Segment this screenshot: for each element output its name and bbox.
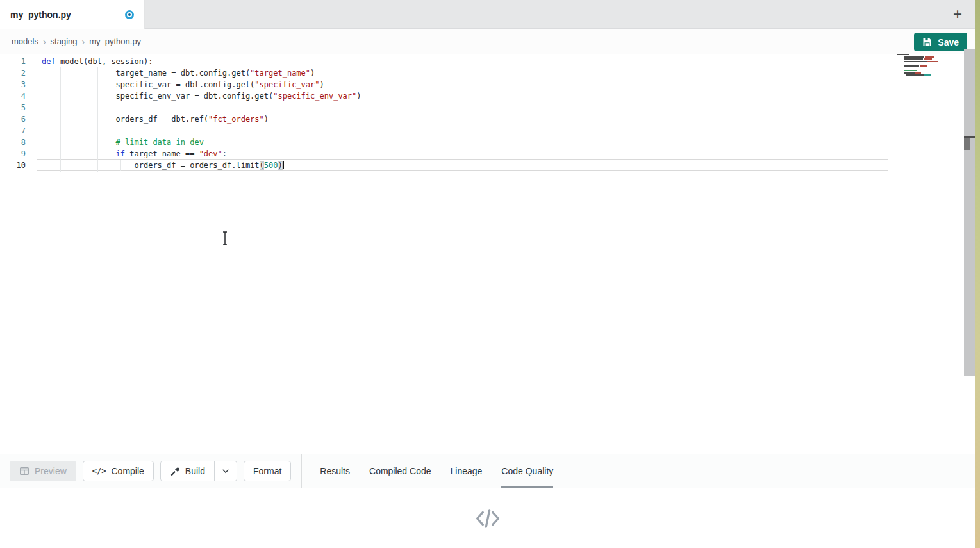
- code-line[interactable]: 2 target_name = dbt.config.get("target_n…: [0, 67, 361, 79]
- tab-code-quality[interactable]: Code Quality: [501, 454, 553, 488]
- build-options-button[interactable]: [214, 461, 237, 481]
- save-button[interactable]: Save: [914, 33, 967, 51]
- preview-label: Preview: [35, 466, 67, 476]
- floppy-disk-icon: [922, 37, 932, 47]
- tab-lineage[interactable]: Lineage: [451, 454, 483, 488]
- line-number[interactable]: 2: [0, 67, 26, 79]
- desktop-wallpaper-strip: [975, 0, 980, 548]
- format-button[interactable]: Format: [244, 461, 291, 481]
- breadcrumb-item-models[interactable]: models: [12, 37, 38, 46]
- line-number[interactable]: 1: [0, 56, 26, 67]
- code-text: orders_df = dbt.ref("fct_orders"): [42, 113, 269, 125]
- tab-title: my_python.py: [10, 10, 71, 20]
- unsaved-changes-icon: [125, 10, 134, 19]
- editor-tab-bar: +: [0, 0, 975, 29]
- code-line[interactable]: 6 orders_df = dbt.ref("fct_orders"): [0, 113, 361, 125]
- line-number[interactable]: 10: [0, 160, 26, 171]
- build-split-button: Build: [160, 461, 237, 481]
- code-text: specific_env_var = dbt.config.get("speci…: [42, 90, 361, 102]
- code-text: orders_df = orders_df.limit(500): [42, 160, 284, 171]
- code-text: specific_var = dbt.config.get("specific_…: [42, 79, 324, 90]
- scrollbar-track[interactable]: [964, 49, 975, 376]
- code-editor[interactable]: 1def model(dbt, session):2 target_name =…: [0, 54, 975, 454]
- save-button-label: Save: [938, 37, 959, 47]
- empty-results-state: [0, 488, 975, 548]
- breadcrumb-item-staging[interactable]: staging: [51, 37, 78, 46]
- code-line[interactable]: 5: [0, 102, 361, 113]
- breadcrumb-item-file[interactable]: my_python.py: [89, 37, 141, 46]
- code-line[interactable]: 4 specific_env_var = dbt.config.get("spe…: [0, 90, 361, 102]
- line-number[interactable]: 9: [0, 148, 26, 160]
- breadcrumb-separator-icon: ›: [82, 37, 85, 47]
- minimap[interactable]: [896, 54, 960, 90]
- code-brackets-icon: [473, 504, 502, 533]
- toolbar-divider: [301, 454, 302, 488]
- tab-results[interactable]: Results: [320, 454, 350, 488]
- breadcrumb: models › staging › my_python.py: [0, 29, 975, 54]
- code-line[interactable]: 3 specific_var = dbt.config.get("specifi…: [0, 79, 361, 90]
- bottom-toolbar: Preview </> Compile Build: [0, 454, 975, 488]
- format-label: Format: [253, 466, 281, 476]
- code-line[interactable]: 9 if target_name == "dev":: [0, 148, 361, 160]
- line-number[interactable]: 6: [0, 113, 26, 125]
- code-line[interactable]: 8 # limit data in dev: [0, 137, 361, 148]
- code-text: if target_name == "dev":: [42, 148, 227, 160]
- line-number[interactable]: 4: [0, 90, 26, 102]
- chevron-down-icon: [221, 467, 230, 476]
- build-button[interactable]: Build: [161, 461, 214, 481]
- ide-window: + my_python.py models › staging › my_pyt…: [0, 0, 980, 548]
- tab-compiled-code[interactable]: Compiled Code: [369, 454, 431, 488]
- build-label: Build: [185, 466, 205, 476]
- code-text: # limit data in dev: [42, 137, 204, 148]
- result-tabs: Results Compiled Code Lineage Code Quali…: [320, 454, 553, 488]
- compile-button[interactable]: </> Compile: [83, 461, 154, 481]
- hammer-icon: [170, 466, 180, 476]
- bottom-panel: Preview </> Compile Build: [0, 454, 975, 548]
- line-number[interactable]: 8: [0, 137, 26, 148]
- line-number[interactable]: 5: [0, 102, 26, 113]
- code-lines[interactable]: 1def model(dbt, session):2 target_name =…: [0, 56, 361, 171]
- code-line[interactable]: 7: [0, 125, 361, 137]
- breadcrumb-separator-icon: ›: [43, 37, 46, 47]
- new-tab-button[interactable]: +: [949, 4, 966, 23]
- i-beam-cursor-icon: [220, 230, 229, 249]
- compile-label: Compile: [111, 466, 144, 476]
- line-number[interactable]: 7: [0, 125, 26, 137]
- tab-my-python[interactable]: my_python.py: [0, 0, 145, 29]
- text-caret: [283, 161, 284, 169]
- code-text: target_name = dbt.config.get("target_nam…: [42, 67, 315, 79]
- line-number[interactable]: 3: [0, 79, 26, 90]
- code-line[interactable]: 10 orders_df = orders_df.limit(500): [0, 160, 361, 171]
- preview-button[interactable]: Preview: [10, 461, 76, 481]
- scrollbar-thumb[interactable]: [964, 138, 970, 150]
- code-text: def model(dbt, session):: [42, 56, 153, 67]
- table-grid-icon: [19, 466, 29, 476]
- code-line[interactable]: 1def model(dbt, session):: [0, 56, 361, 67]
- code-brackets-icon: </>: [92, 467, 106, 476]
